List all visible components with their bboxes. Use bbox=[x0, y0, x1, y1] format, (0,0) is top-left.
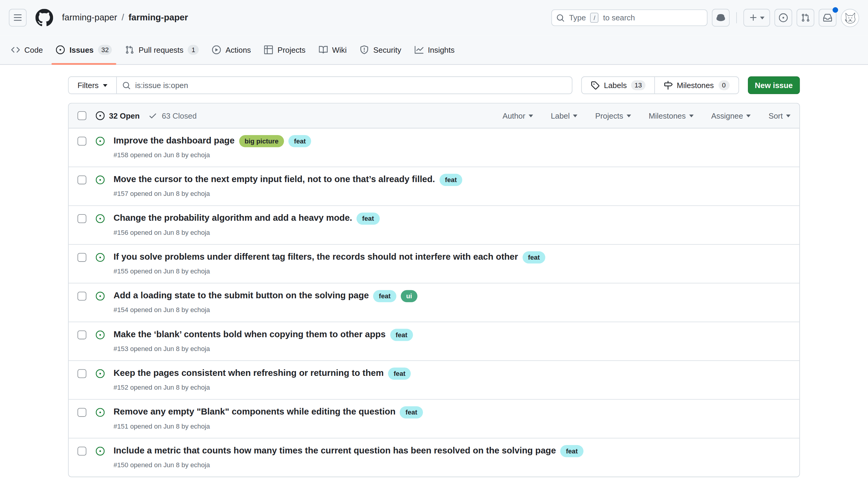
tab-pull-requests[interactable]: Pull requests 1 bbox=[121, 35, 204, 64]
issues-search-input[interactable]: is:issue is:open bbox=[117, 77, 572, 93]
issue-labels: feat bbox=[384, 367, 411, 380]
your-pull-requests-button[interactable] bbox=[797, 9, 814, 27]
issue-row-main: Add a loading state to the submit button… bbox=[114, 289, 417, 315]
issue-title-link[interactable]: Include a metric that counts how many ti… bbox=[114, 444, 556, 457]
issue-select-checkbox[interactable] bbox=[78, 408, 87, 417]
issue-title-link[interactable]: Improve the dashboard page bbox=[114, 134, 235, 147]
labels-label: Labels bbox=[604, 81, 627, 90]
issue-select-checkbox[interactable] bbox=[78, 292, 87, 301]
tab-wiki[interactable]: Wiki bbox=[314, 35, 351, 64]
graph-icon bbox=[414, 45, 424, 55]
shield-icon bbox=[360, 45, 369, 55]
issue-title-link[interactable]: Make the ‘blank’ contents bold when copy… bbox=[114, 328, 386, 341]
open-issue-icon bbox=[96, 253, 105, 262]
issue-title-link[interactable]: If you solve problems under different ta… bbox=[114, 250, 518, 263]
search-query-value: is:issue is:open bbox=[135, 81, 188, 90]
github-issues-page: farming-paper / farming-paper Type / to … bbox=[0, 0, 868, 478]
label-filter-dropdown[interactable]: Label bbox=[551, 111, 578, 120]
issue-row: Move the cursor to the next empty input … bbox=[69, 166, 799, 205]
copilot-button[interactable] bbox=[712, 9, 730, 27]
issue-select-checkbox[interactable] bbox=[78, 176, 87, 185]
create-new-button[interactable] bbox=[743, 9, 770, 27]
labels-milestones-group: Labels 13 Milestones 0 bbox=[581, 76, 739, 94]
issue-meta: #153 opened on Jun 8 by echoja bbox=[114, 344, 413, 354]
repo-nav: Code Issues 32 Pull requests 1 Actions P… bbox=[0, 35, 868, 65]
tab-security[interactable]: Security bbox=[355, 35, 406, 64]
issue-title-link[interactable]: Change the probability algorithm and add… bbox=[114, 212, 352, 225]
tab-code[interactable]: Code bbox=[7, 35, 47, 64]
open-issues-toggle[interactable]: 32 Open bbox=[96, 111, 140, 120]
tab-projects[interactable]: Projects bbox=[260, 35, 310, 64]
issue-label-feat[interactable]: feat bbox=[400, 407, 423, 419]
breadcrumb-repo[interactable]: farming-paper bbox=[128, 13, 188, 23]
issue-label-feat[interactable]: feat bbox=[373, 290, 396, 302]
github-logo[interactable] bbox=[35, 9, 53, 27]
sort-filter-dropdown[interactable]: Sort bbox=[769, 111, 790, 120]
milestones-filter-dropdown[interactable]: Milestones bbox=[649, 111, 694, 120]
hamburger-menu-button[interactable] bbox=[9, 9, 27, 27]
issue-title-link[interactable]: Add a loading state to the submit button… bbox=[114, 289, 369, 302]
caret-down-icon bbox=[760, 17, 765, 19]
labels-button[interactable]: Labels 13 bbox=[582, 77, 654, 93]
issue-meta: #152 opened on Jun 8 by echoja bbox=[114, 382, 411, 392]
tab-issues[interactable]: Issues 32 bbox=[52, 35, 117, 64]
issue-select-checkbox[interactable] bbox=[78, 447, 87, 456]
issue-label-feat[interactable]: feat bbox=[439, 174, 462, 186]
issue-label-ui[interactable]: ui bbox=[400, 290, 417, 302]
issue-title-line: Add a loading state to the submit button… bbox=[114, 289, 417, 302]
filter-label: Sort bbox=[769, 111, 783, 120]
issue-row: Remove any empty "Blank" components whil… bbox=[69, 399, 799, 438]
issue-row: Improve the dashboard page big picturefe… bbox=[69, 128, 799, 167]
global-search-input[interactable]: Type / to search bbox=[551, 9, 708, 26]
issue-labels: feat bbox=[435, 173, 462, 186]
issue-row: Add a loading state to the submit button… bbox=[69, 283, 799, 321]
issue-title-line: Change the probability algorithm and add… bbox=[114, 212, 379, 225]
issue-label-feat[interactable]: feat bbox=[390, 329, 413, 341]
issue-row-main: Move the cursor to the next empty input … bbox=[114, 173, 462, 199]
milestones-button[interactable]: Milestones 0 bbox=[654, 77, 738, 93]
issues-list-header: 32 Open 63 Closed Author Label Projects … bbox=[69, 104, 799, 128]
author-filter-dropdown[interactable]: Author bbox=[503, 111, 533, 120]
closed-count-label: 63 Closed bbox=[162, 111, 197, 120]
new-issue-button[interactable]: New issue bbox=[748, 76, 800, 94]
issue-label-feat[interactable]: feat bbox=[288, 135, 311, 147]
copilot-icon bbox=[716, 13, 725, 22]
select-all-checkbox[interactable] bbox=[78, 111, 87, 120]
issue-title-link[interactable]: Keep the pages consistent when refreshin… bbox=[114, 367, 384, 380]
tab-label: Issues bbox=[69, 45, 94, 55]
filter-label: Label bbox=[551, 111, 570, 120]
breadcrumb-owner[interactable]: farming-paper bbox=[62, 13, 117, 23]
issue-label-feat[interactable]: feat bbox=[522, 251, 545, 263]
filters-label: Filters bbox=[78, 81, 98, 90]
open-issue-icon bbox=[96, 330, 105, 339]
your-issues-button[interactable] bbox=[775, 9, 792, 27]
inbox-button[interactable] bbox=[819, 9, 837, 27]
milestones-count-badge: 0 bbox=[718, 80, 729, 90]
issue-row: If you solve problems under different ta… bbox=[69, 244, 799, 283]
issue-select-checkbox[interactable] bbox=[78, 253, 87, 262]
issue-select-checkbox[interactable] bbox=[78, 214, 87, 223]
filters-dropdown-button[interactable]: Filters bbox=[69, 77, 117, 93]
tab-actions[interactable]: Actions bbox=[208, 35, 255, 64]
issue-label-feat[interactable]: feat bbox=[357, 213, 379, 225]
app-header: farming-paper / farming-paper Type / to … bbox=[0, 0, 868, 35]
closed-issues-toggle[interactable]: 63 Closed bbox=[149, 111, 197, 120]
search-icon bbox=[123, 81, 131, 90]
issue-title-line: Improve the dashboard page big picturefe… bbox=[114, 134, 311, 147]
avatar[interactable] bbox=[841, 9, 859, 27]
issue-title-link[interactable]: Remove any empty "Blank" components whil… bbox=[114, 405, 396, 418]
issue-title-line: Keep the pages consistent when refreshin… bbox=[114, 367, 411, 380]
issue-label-big-picture[interactable]: big picture bbox=[239, 135, 284, 147]
issue-labels: feat bbox=[556, 444, 583, 457]
issue-label-feat[interactable]: feat bbox=[388, 368, 411, 380]
open-issue-icon bbox=[96, 137, 105, 146]
issue-title-link[interactable]: Move the cursor to the next empty input … bbox=[114, 173, 435, 186]
issue-select-checkbox[interactable] bbox=[78, 137, 87, 146]
assignee-filter-dropdown[interactable]: Assignee bbox=[711, 111, 751, 120]
issue-label-feat[interactable]: feat bbox=[560, 445, 583, 457]
projects-filter-dropdown[interactable]: Projects bbox=[595, 111, 631, 120]
issue-meta: #154 opened on Jun 8 by echoja bbox=[114, 305, 417, 315]
issue-select-checkbox[interactable] bbox=[78, 369, 87, 378]
issue-select-checkbox[interactable] bbox=[78, 330, 87, 339]
tab-insights[interactable]: Insights bbox=[410, 35, 459, 64]
